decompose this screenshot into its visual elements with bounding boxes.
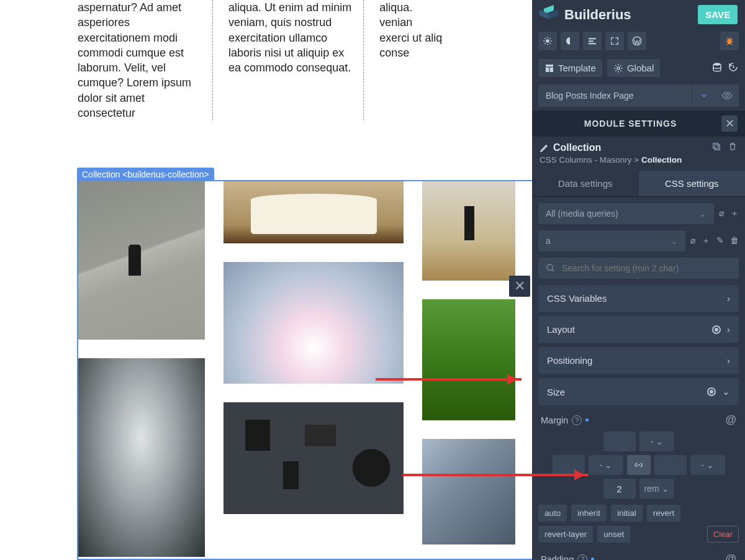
svg-point-10 <box>713 63 721 66</box>
keyword-button[interactable]: auto <box>538 505 567 522</box>
light-mode-icon[interactable] <box>538 32 557 50</box>
indicator-dot-icon <box>712 325 721 334</box>
history-icon[interactable] <box>728 61 739 75</box>
wordpress-icon[interactable] <box>628 32 646 50</box>
padding-label: Padding <box>541 554 574 561</box>
top-toolbar <box>532 29 745 55</box>
edit-icon[interactable]: ✎ <box>716 235 724 246</box>
keyword-button[interactable]: revert <box>647 505 681 522</box>
page-selector[interactable]: Blog Posts Index Page <box>538 84 739 107</box>
svg-rect-3 <box>589 43 596 44</box>
image-placeholder[interactable] <box>422 299 515 420</box>
eye-icon[interactable] <box>715 84 739 107</box>
search-field[interactable] <box>562 263 731 273</box>
empty-set-icon[interactable]: ⌀ <box>690 235 695 246</box>
at-icon[interactable]: @ <box>725 413 736 427</box>
search-icon <box>546 263 556 273</box>
margin-right-unit[interactable]: - ⌄ <box>690 455 725 475</box>
margin-label: Margin <box>541 415 568 425</box>
text-col-1: aspernatur? Ad amet asperiores exercitat… <box>78 0 213 120</box>
template-icon <box>544 63 554 73</box>
margin-bottom-unit[interactable]: rem ⌄ <box>639 479 674 499</box>
keyword-button[interactable]: inherit <box>571 505 607 522</box>
help-icon[interactable]: ? <box>572 415 582 425</box>
page-selector-label: Blog Posts Index Page <box>538 85 692 106</box>
close-icon[interactable]: ✕ <box>721 115 738 132</box>
edit-icon <box>540 143 549 153</box>
breadcrumb: CSS Columns - Masonry > Collection <box>532 155 745 171</box>
image-placeholder[interactable] <box>422 439 515 544</box>
link-sides-button[interactable] <box>627 455 651 475</box>
at-icon[interactable]: @ <box>725 553 736 560</box>
duplicate-icon[interactable] <box>711 142 721 154</box>
selection-tag[interactable]: Collection <builderius-collection> <box>77 168 214 181</box>
global-label: Global <box>627 63 654 73</box>
chevron-right-icon: › <box>727 324 730 335</box>
changed-indicator-icon <box>585 418 589 422</box>
image-placeholder[interactable] <box>422 181 515 281</box>
indicator-dot-icon <box>707 387 716 396</box>
media-query-select[interactable]: All (media queries) ⌄ <box>538 203 714 224</box>
clear-button[interactable]: Clear <box>707 526 739 543</box>
accordion-css-variables[interactable]: CSS Variables › <box>538 285 739 312</box>
selector-select[interactable]: a ⌄ <box>538 230 685 251</box>
chevron-down-icon[interactable] <box>692 84 715 107</box>
search-setting-input[interactable] <box>538 258 739 279</box>
svg-rect-2 <box>589 40 594 42</box>
image-placeholder[interactable] <box>224 262 404 384</box>
close-icon[interactable]: ✕ <box>509 276 530 297</box>
bug-icon[interactable] <box>720 32 739 50</box>
plus-icon[interactable]: ＋ <box>702 235 710 246</box>
keyword-button[interactable]: revert-layer <box>538 526 593 543</box>
contrast-icon[interactable] <box>561 32 579 50</box>
module-name-label: Collection <box>553 142 601 153</box>
chevron-down-icon: ⌄ <box>670 236 678 246</box>
annotation-arrow <box>376 378 522 381</box>
image-placeholder[interactable] <box>78 181 205 340</box>
image-placeholder[interactable] <box>78 358 205 557</box>
template-mode-button[interactable]: Template <box>538 59 602 77</box>
margin-bottom-input[interactable]: 2 <box>603 479 636 499</box>
tab-data-settings[interactable]: Data settings <box>532 171 639 196</box>
svg-rect-7 <box>546 67 549 71</box>
help-icon[interactable]: ? <box>577 554 587 561</box>
svg-point-5 <box>728 38 732 44</box>
expand-icon[interactable] <box>605 32 624 50</box>
svg-point-11 <box>726 94 729 97</box>
empty-set-icon[interactable]: ⌀ <box>719 208 724 219</box>
accordion-size[interactable]: Size ⌄ <box>538 378 739 405</box>
chevron-right-icon: › <box>727 355 730 366</box>
chevron-down-icon: ⌄ <box>699 209 707 219</box>
section-title: MODULE SETTINGS <box>540 119 721 129</box>
align-icon[interactable] <box>583 32 602 50</box>
svg-rect-1 <box>589 38 596 39</box>
margin-right-input[interactable] <box>654 455 687 475</box>
accordion-layout[interactable]: Layout › <box>538 316 739 343</box>
trash-icon[interactable] <box>728 142 738 154</box>
accordion-positioning[interactable]: Positioning › <box>538 347 739 374</box>
plus-icon[interactable]: ＋ <box>730 208 739 219</box>
margin-top-unit[interactable]: - ⌄ <box>639 431 674 451</box>
tab-css-settings[interactable]: CSS settings <box>639 171 746 196</box>
svg-point-0 <box>546 39 549 42</box>
keyword-button[interactable]: initial <box>611 505 643 522</box>
text-col-2: aliqua. Ut enim ad minim veniam, quis no… <box>213 0 364 120</box>
svg-rect-12 <box>715 145 720 150</box>
keyword-button[interactable]: unset <box>597 526 630 543</box>
image-placeholder[interactable] <box>224 402 404 514</box>
media-query-label: All (media queries) <box>546 209 618 219</box>
global-mode-button[interactable]: Global <box>607 59 660 77</box>
image-placeholder[interactable] <box>224 181 404 243</box>
text-col-3: aliqua. venian exerci ut aliq conse <box>364 0 454 120</box>
chevron-down-icon: ⌄ <box>722 386 730 397</box>
template-label: Template <box>558 63 596 73</box>
save-button[interactable]: SAVE <box>698 5 738 24</box>
margin-top-input[interactable] <box>603 431 636 451</box>
collection-masonry[interactable] <box>78 181 532 557</box>
chevron-right-icon: › <box>727 293 730 304</box>
margin-left-unit[interactable]: - ⌄ <box>589 455 623 475</box>
text-columns: aspernatur? Ad amet asperiores exercitat… <box>0 0 532 120</box>
brand-name: Builderius <box>564 7 692 23</box>
trash-icon[interactable]: 🗑 <box>730 235 739 246</box>
database-icon[interactable] <box>711 61 723 75</box>
